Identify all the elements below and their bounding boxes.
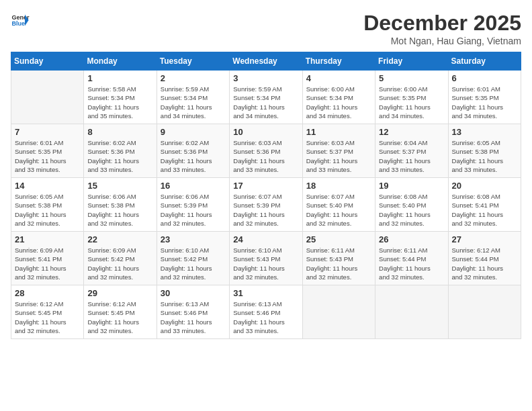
day-number: 2: [161, 73, 226, 83]
day-info: Sunrise: 6:03 AM Sunset: 5:37 PM Dayligh…: [306, 138, 371, 174]
calendar-cell: [11, 71, 84, 124]
calendar-cell: 28Sunrise: 6:12 AM Sunset: 5:45 PM Dayli…: [11, 285, 84, 339]
day-info: Sunrise: 5:58 AM Sunset: 5:34 PM Dayligh…: [87, 85, 152, 120]
day-info: Sunrise: 6:10 AM Sunset: 5:42 PM Dayligh…: [161, 246, 226, 281]
weekday-header-tuesday: Tuesday: [157, 52, 229, 71]
weekday-header-sunday: Sunday: [11, 52, 84, 71]
calendar-cell: [302, 285, 375, 339]
day-info: Sunrise: 6:04 AM Sunset: 5:37 PM Dayligh…: [379, 138, 444, 174]
day-info: Sunrise: 6:08 AM Sunset: 5:40 PM Dayligh…: [379, 192, 444, 228]
calendar-cell: [448, 285, 521, 339]
day-info: Sunrise: 5:59 AM Sunset: 5:34 PM Dayligh…: [233, 85, 298, 120]
calendar-cell: 13Sunrise: 6:05 AM Sunset: 5:38 PM Dayli…: [448, 124, 521, 178]
day-info: Sunrise: 6:00 AM Sunset: 5:34 PM Dayligh…: [306, 85, 371, 120]
calendar-cell: 14Sunrise: 6:05 AM Sunset: 5:38 PM Dayli…: [11, 178, 84, 232]
calendar-cell: 6Sunrise: 6:01 AM Sunset: 5:35 PM Daylig…: [448, 71, 521, 124]
day-info: Sunrise: 6:05 AM Sunset: 5:38 PM Dayligh…: [452, 138, 517, 174]
calendar-cell: 17Sunrise: 6:07 AM Sunset: 5:39 PM Dayli…: [230, 178, 302, 232]
calendar-cell: 31Sunrise: 6:13 AM Sunset: 5:46 PM Dayli…: [230, 285, 302, 339]
day-number: 14: [15, 181, 80, 191]
day-info: Sunrise: 6:11 AM Sunset: 5:43 PM Dayligh…: [306, 246, 371, 281]
day-info: Sunrise: 6:05 AM Sunset: 5:38 PM Dayligh…: [15, 192, 80, 228]
day-number: 24: [233, 234, 298, 244]
day-number: 5: [379, 73, 444, 83]
calendar-cell: 11Sunrise: 6:03 AM Sunset: 5:37 PM Dayli…: [302, 124, 375, 178]
calendar-cell: 22Sunrise: 6:09 AM Sunset: 5:42 PM Dayli…: [84, 232, 157, 285]
calendar-cell: 23Sunrise: 6:10 AM Sunset: 5:42 PM Dayli…: [157, 232, 229, 285]
day-number: 19: [379, 181, 444, 191]
day-info: Sunrise: 6:01 AM Sunset: 5:35 PM Dayligh…: [15, 138, 80, 174]
day-info: Sunrise: 6:11 AM Sunset: 5:44 PM Dayligh…: [379, 246, 444, 281]
day-number: 17: [233, 181, 298, 191]
weekday-header-saturday: Saturday: [448, 52, 521, 71]
day-info: Sunrise: 6:03 AM Sunset: 5:36 PM Dayligh…: [233, 138, 298, 174]
day-info: Sunrise: 6:01 AM Sunset: 5:35 PM Dayligh…: [452, 85, 517, 120]
calendar-header-row: SundayMondayTuesdayWednesdayThursdayFrid…: [11, 52, 521, 71]
calendar-cell: 25Sunrise: 6:11 AM Sunset: 5:43 PM Dayli…: [302, 232, 375, 285]
weekday-header-friday: Friday: [375, 52, 448, 71]
calendar-cell: 18Sunrise: 6:07 AM Sunset: 5:40 PM Dayli…: [302, 178, 375, 232]
calendar-week-3: 14Sunrise: 6:05 AM Sunset: 5:38 PM Dayli…: [11, 178, 521, 232]
day-info: Sunrise: 6:07 AM Sunset: 5:40 PM Dayligh…: [306, 192, 371, 228]
calendar-cell: 8Sunrise: 6:02 AM Sunset: 5:36 PM Daylig…: [84, 124, 157, 178]
day-info: Sunrise: 6:00 AM Sunset: 5:35 PM Dayligh…: [379, 85, 444, 120]
day-number: 12: [379, 127, 444, 137]
calendar-week-2: 7Sunrise: 6:01 AM Sunset: 5:35 PM Daylig…: [11, 124, 521, 178]
calendar-cell: 21Sunrise: 6:09 AM Sunset: 5:41 PM Dayli…: [11, 232, 84, 285]
day-number: 29: [87, 288, 152, 298]
weekday-header-monday: Monday: [84, 52, 157, 71]
day-number: 8: [87, 127, 152, 137]
day-number: 3: [233, 73, 298, 83]
day-number: 22: [87, 234, 152, 244]
calendar-cell: 3Sunrise: 5:59 AM Sunset: 5:34 PM Daylig…: [230, 71, 302, 124]
calendar-cell: 1Sunrise: 5:58 AM Sunset: 5:34 PM Daylig…: [84, 71, 157, 124]
calendar-cell: 12Sunrise: 6:04 AM Sunset: 5:37 PM Dayli…: [375, 124, 448, 178]
calendar-cell: 16Sunrise: 6:06 AM Sunset: 5:39 PM Dayli…: [157, 178, 229, 232]
calendar-cell: 29Sunrise: 6:12 AM Sunset: 5:45 PM Dayli…: [84, 285, 157, 339]
calendar-week-4: 21Sunrise: 6:09 AM Sunset: 5:41 PM Dayli…: [11, 232, 521, 285]
day-info: Sunrise: 6:09 AM Sunset: 5:42 PM Dayligh…: [87, 246, 152, 281]
day-number: 10: [233, 127, 298, 137]
day-number: 11: [306, 127, 371, 137]
location-subtitle: Mot Ngan, Hau Giang, Vietnam: [363, 36, 521, 46]
logo-icon: General Blue: [11, 11, 30, 30]
day-number: 7: [15, 127, 80, 137]
calendar-cell: 24Sunrise: 6:10 AM Sunset: 5:43 PM Dayli…: [230, 232, 302, 285]
calendar-cell: 26Sunrise: 6:11 AM Sunset: 5:44 PM Dayli…: [375, 232, 448, 285]
day-number: 30: [161, 288, 226, 298]
svg-text:Blue: Blue: [11, 20, 25, 27]
day-number: 4: [306, 73, 371, 83]
day-number: 16: [161, 181, 226, 191]
day-number: 23: [161, 234, 226, 244]
day-number: 25: [306, 234, 371, 244]
day-number: 6: [452, 73, 517, 83]
calendar-cell: 5Sunrise: 6:00 AM Sunset: 5:35 PM Daylig…: [375, 71, 448, 124]
calendar-cell: 7Sunrise: 6:01 AM Sunset: 5:35 PM Daylig…: [11, 124, 84, 178]
calendar-cell: 20Sunrise: 6:08 AM Sunset: 5:41 PM Dayli…: [448, 178, 521, 232]
day-number: 13: [452, 127, 517, 137]
day-number: 15: [87, 181, 152, 191]
calendar-cell: 19Sunrise: 6:08 AM Sunset: 5:40 PM Dayli…: [375, 178, 448, 232]
day-info: Sunrise: 6:12 AM Sunset: 5:45 PM Dayligh…: [15, 300, 80, 335]
calendar-cell: 27Sunrise: 6:12 AM Sunset: 5:44 PM Dayli…: [448, 232, 521, 285]
day-info: Sunrise: 6:10 AM Sunset: 5:43 PM Dayligh…: [233, 246, 298, 281]
day-number: 28: [15, 288, 80, 298]
day-number: 18: [306, 181, 371, 191]
day-info: Sunrise: 6:12 AM Sunset: 5:44 PM Dayligh…: [452, 246, 517, 281]
day-number: 20: [452, 181, 517, 191]
calendar-cell: 4Sunrise: 6:00 AM Sunset: 5:34 PM Daylig…: [302, 71, 375, 124]
calendar-table: SundayMondayTuesdayWednesdayThursdayFrid…: [11, 52, 521, 339]
day-number: 1: [87, 73, 152, 83]
day-number: 9: [161, 127, 226, 137]
weekday-header-thursday: Thursday: [302, 52, 375, 71]
day-info: Sunrise: 6:06 AM Sunset: 5:39 PM Dayligh…: [161, 192, 226, 228]
day-number: 21: [15, 234, 80, 244]
month-year-title: December 2025: [363, 11, 521, 36]
day-info: Sunrise: 6:09 AM Sunset: 5:41 PM Dayligh…: [15, 246, 80, 281]
weekday-header-wednesday: Wednesday: [230, 52, 302, 71]
day-info: Sunrise: 6:06 AM Sunset: 5:38 PM Dayligh…: [87, 192, 152, 228]
calendar-cell: 9Sunrise: 6:02 AM Sunset: 5:36 PM Daylig…: [157, 124, 229, 178]
page-header: General Blue December 2025 Mot Ngan, Hau…: [11, 11, 521, 46]
logo: General Blue: [11, 11, 30, 30]
calendar-cell: 10Sunrise: 6:03 AM Sunset: 5:36 PM Dayli…: [230, 124, 302, 178]
